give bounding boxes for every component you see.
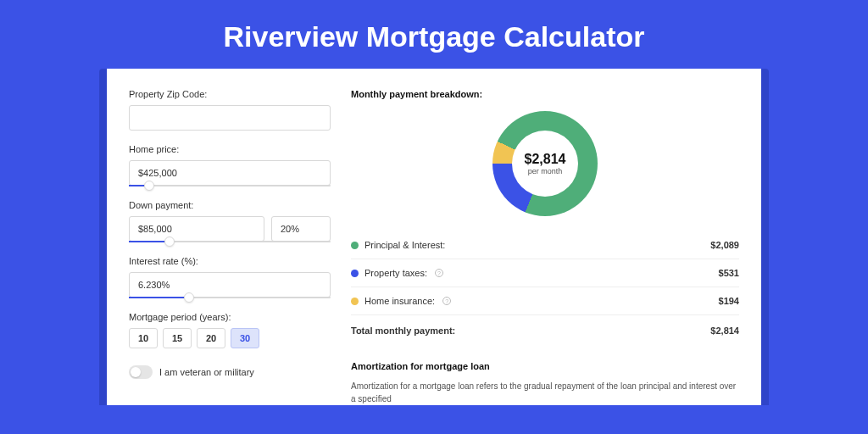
period-button-10[interactable]: 10 xyxy=(129,328,158,348)
interest-rate-group: Interest rate (%): xyxy=(129,256,331,298)
legend-dot xyxy=(351,270,359,277)
veteran-toggle-row: I am veteran or military xyxy=(129,365,331,379)
slider-thumb[interactable] xyxy=(164,236,175,247)
donut-chart-wrap: $2,814 per month xyxy=(351,111,739,216)
home-price-slider[interactable] xyxy=(129,185,331,186)
period-group: Mortgage period (years): 10152030 xyxy=(129,312,331,348)
legend-dot xyxy=(351,298,359,305)
page-title: Riverview Mortgage Calculator xyxy=(0,0,868,69)
total-label: Total monthly payment: xyxy=(351,326,455,336)
interest-rate-label: Interest rate (%): xyxy=(129,256,331,266)
period-button-20[interactable]: 20 xyxy=(197,328,225,348)
breakdown-column: Monthly payment breakdown: $2,814 per mo… xyxy=(351,89,739,405)
donut-amount: $2,814 xyxy=(525,152,566,167)
total-value: $2,814 xyxy=(710,326,739,336)
donut-chart: $2,814 per month xyxy=(492,111,598,216)
amortization-section: Amortization for mortgage loan Amortizat… xyxy=(351,361,739,405)
amortization-text: Amortization for a mortgage loan refers … xyxy=(351,380,739,405)
period-label: Mortgage period (years): xyxy=(129,312,331,322)
info-icon[interactable]: ? xyxy=(442,297,451,305)
zip-label: Property Zip Code: xyxy=(129,89,331,99)
inputs-column: Property Zip Code: Home price: Down paym… xyxy=(129,89,331,405)
breakdown-title: Monthly payment breakdown: xyxy=(351,89,739,99)
legend-list: Principal & Interest:$2,089Property taxe… xyxy=(351,231,739,315)
legend-row: Principal & Interest:$2,089 xyxy=(351,231,739,259)
interest-rate-input[interactable] xyxy=(129,272,331,298)
legend-value: $531 xyxy=(719,268,739,278)
zip-input[interactable] xyxy=(129,105,331,131)
zip-field-group: Property Zip Code: xyxy=(129,89,331,131)
legend-label: Principal & Interest: xyxy=(364,240,445,250)
veteran-toggle[interactable] xyxy=(129,365,153,379)
calculator-card: Property Zip Code: Home price: Down paym… xyxy=(107,69,761,405)
amortization-title: Amortization for mortgage loan xyxy=(351,361,739,371)
period-button-15[interactable]: 15 xyxy=(163,328,192,348)
legend-label: Property taxes: xyxy=(364,268,427,278)
legend-row: Home insurance:?$194 xyxy=(351,287,739,315)
down-payment-group: Down payment: xyxy=(129,200,331,242)
home-price-group: Home price: xyxy=(129,144,331,186)
legend-label: Home insurance: xyxy=(364,296,435,306)
veteran-label: I am veteran or military xyxy=(159,367,254,377)
interest-rate-slider[interactable] xyxy=(129,297,331,298)
legend-dot xyxy=(351,242,359,249)
down-payment-slider[interactable] xyxy=(129,241,331,242)
period-button-30[interactable]: 30 xyxy=(231,328,259,348)
home-price-label: Home price: xyxy=(129,144,331,154)
slider-thumb[interactable] xyxy=(184,292,194,303)
info-icon[interactable]: ? xyxy=(435,269,443,277)
legend-row: Property taxes:?$531 xyxy=(351,259,739,287)
slider-thumb[interactable] xyxy=(144,181,154,191)
legend-value: $2,089 xyxy=(710,240,739,250)
donut-sublabel: per month xyxy=(528,167,563,175)
legend-total-row: Total monthly payment: $2,814 xyxy=(351,315,739,344)
donut-center: $2,814 per month xyxy=(512,131,578,197)
down-payment-pct-input[interactable] xyxy=(271,216,331,242)
card-shadow: Property Zip Code: Home price: Down paym… xyxy=(99,69,769,405)
home-price-input[interactable] xyxy=(129,160,331,186)
legend-value: $194 xyxy=(719,296,739,306)
down-payment-label: Down payment: xyxy=(129,200,331,210)
down-payment-input[interactable] xyxy=(129,216,264,242)
